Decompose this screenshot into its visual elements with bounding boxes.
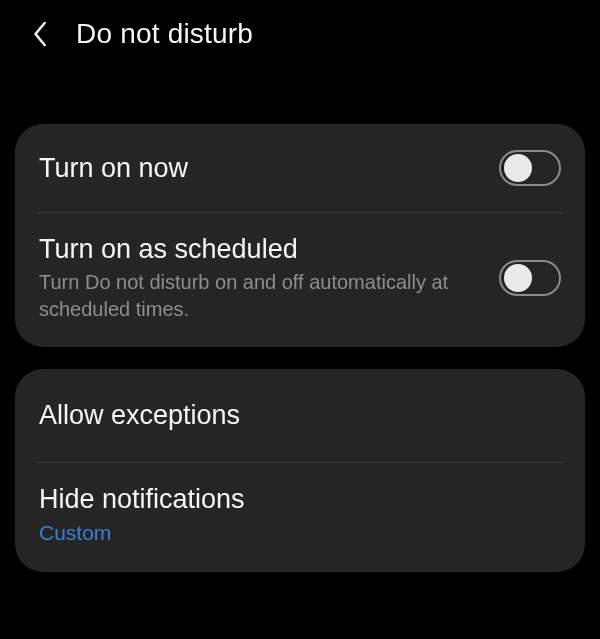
hide-notifications-label: Hide notifications <box>39 483 561 515</box>
row-main: Turn on now <box>39 152 487 184</box>
toggle-knob <box>504 264 532 292</box>
header: Do not disturb <box>0 0 600 68</box>
row-main: Turn on as scheduled Turn Do not disturb… <box>39 233 487 323</box>
card-options: Allow exceptions Hide notifications Cust… <box>15 369 585 571</box>
card-schedule: Turn on now Turn on as scheduled Turn Do… <box>15 124 585 347</box>
turn-on-scheduled-label: Turn on as scheduled <box>39 233 487 265</box>
row-turn-on-now[interactable]: Turn on now <box>15 124 585 212</box>
row-main: Allow exceptions <box>39 399 561 431</box>
back-icon[interactable] <box>30 19 52 49</box>
row-hide-notifications[interactable]: Hide notifications Custom <box>15 463 585 572</box>
row-turn-on-scheduled[interactable]: Turn on as scheduled Turn Do not disturb… <box>15 213 585 347</box>
turn-on-scheduled-sub: Turn Do not disturb on and off automatic… <box>39 269 487 323</box>
hide-notifications-sub: Custom <box>39 519 561 547</box>
do-not-disturb-screen: Do not disturb Turn on now Turn on as sc… <box>0 0 600 639</box>
turn-on-now-label: Turn on now <box>39 152 487 184</box>
row-allow-exceptions[interactable]: Allow exceptions <box>15 369 585 461</box>
allow-exceptions-label: Allow exceptions <box>39 399 561 431</box>
row-main: Hide notifications Custom <box>39 483 561 548</box>
turn-on-scheduled-toggle[interactable] <box>499 260 561 296</box>
turn-on-now-toggle[interactable] <box>499 150 561 186</box>
page-title: Do not disturb <box>76 18 253 50</box>
toggle-knob <box>504 154 532 182</box>
